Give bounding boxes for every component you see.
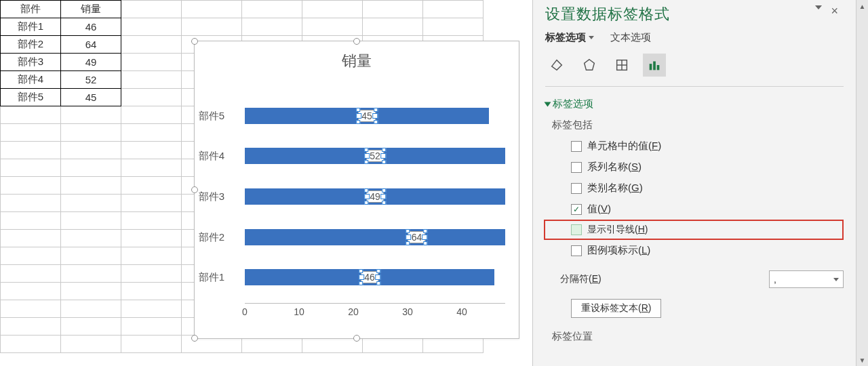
cell[interactable] [1, 142, 61, 159]
cell[interactable]: 部件4 [1, 71, 61, 89]
cell[interactable] [1, 265, 61, 283]
scroll-up-icon[interactable]: ▲ [856, 0, 868, 12]
data-label[interactable]: 46 [361, 271, 378, 283]
cell[interactable] [121, 106, 182, 124]
cell[interactable] [121, 212, 182, 230]
cell[interactable] [121, 18, 182, 36]
cell[interactable] [61, 318, 121, 336]
cell[interactable] [121, 71, 182, 89]
checkbox-leader-lines-highlighted[interactable]: 显示引导线(H) [544, 220, 844, 240]
cell[interactable] [121, 283, 182, 300]
cell[interactable] [1, 247, 61, 265]
cell[interactable]: 64 [61, 36, 121, 54]
cell[interactable] [61, 247, 121, 265]
cell[interactable] [1, 124, 61, 142]
cell[interactable] [423, 18, 484, 36]
table-header[interactable]: 部件 [1, 1, 61, 18]
checkbox-value[interactable]: 值(V) [545, 199, 844, 220]
cell[interactable] [121, 1, 182, 18]
selection-handle[interactable] [353, 335, 360, 342]
selection-handle[interactable] [191, 38, 198, 45]
effects-icon[interactable] [578, 54, 601, 77]
label-options-icon[interactable] [643, 54, 666, 77]
cell[interactable] [182, 1, 242, 18]
cell[interactable] [242, 1, 302, 18]
data-label[interactable]: 49 [366, 190, 384, 203]
cell[interactable] [1, 195, 61, 212]
cell[interactable] [61, 283, 121, 300]
cell[interactable] [1, 106, 61, 124]
cell[interactable] [61, 336, 121, 353]
cell[interactable]: 45 [61, 89, 121, 106]
cell[interactable] [121, 336, 182, 353]
cell[interactable]: 部件1 [1, 18, 61, 36]
cell[interactable] [61, 177, 121, 195]
cell[interactable] [61, 142, 121, 159]
cell[interactable] [1, 300, 61, 318]
cell[interactable] [1, 177, 61, 195]
reset-label-text-button[interactable]: 重设标签文本(R) [571, 299, 661, 318]
fill-line-icon[interactable] [545, 54, 568, 77]
cell[interactable] [61, 300, 121, 318]
cell[interactable] [1, 159, 61, 177]
selection-handle[interactable] [353, 38, 360, 45]
cell[interactable] [61, 106, 121, 124]
chart-plot-area[interactable]: 部件5 部件4 部件3 部件2 部件1 45 [229, 96, 505, 298]
data-label[interactable]: 52 [366, 150, 384, 162]
cell[interactable] [121, 177, 182, 195]
cell[interactable] [61, 195, 121, 212]
cell[interactable] [1, 212, 61, 230]
cell[interactable] [423, 1, 484, 18]
cell[interactable] [1, 283, 61, 300]
tab-label-options[interactable]: 标签选项 [545, 31, 594, 44]
cell[interactable] [1, 336, 61, 353]
cell[interactable] [61, 124, 121, 142]
chart-title[interactable]: 销量 [195, 41, 519, 74]
cell[interactable]: 部件2 [1, 36, 61, 54]
cell[interactable] [242, 18, 302, 36]
separator-dropdown[interactable]: , [769, 270, 844, 288]
cell[interactable] [121, 230, 182, 247]
tab-text-options[interactable]: 文本选项 [610, 31, 651, 44]
selection-handle[interactable] [191, 335, 198, 342]
cell[interactable] [61, 230, 121, 247]
cell[interactable] [302, 18, 363, 36]
cell[interactable] [121, 36, 182, 54]
checkbox-category-name[interactable]: 类别名称(G) [545, 178, 844, 199]
cell[interactable] [61, 159, 121, 177]
cell[interactable] [182, 18, 242, 36]
section-label-options[interactable]: 标签选项 [545, 87, 844, 116]
pane-scrollbar[interactable]: ▲ ▼ [856, 0, 868, 366]
cell[interactable] [1, 318, 61, 336]
cell[interactable]: 52 [61, 71, 121, 89]
cell[interactable] [121, 142, 182, 159]
cell[interactable] [1, 230, 61, 247]
data-label[interactable]: 64 [408, 231, 426, 243]
cell[interactable] [121, 124, 182, 142]
cell[interactable] [121, 300, 182, 318]
checkbox-cell-value[interactable]: 单元格中的值(F) [545, 136, 844, 157]
pane-options-dropdown-icon[interactable] [815, 5, 822, 9]
cell[interactable] [363, 18, 423, 36]
cell[interactable]: 46 [61, 18, 121, 36]
cell[interactable] [121, 247, 182, 265]
cell[interactable] [363, 1, 423, 18]
checkbox-legend-key[interactable]: 图例项标示(L) [545, 240, 844, 261]
cell[interactable] [121, 195, 182, 212]
close-icon[interactable]: × [831, 4, 838, 18]
checkbox-series-name[interactable]: 系列名称(S) [545, 157, 844, 178]
cell[interactable] [121, 159, 182, 177]
cell[interactable] [121, 54, 182, 71]
cell[interactable] [61, 265, 121, 283]
cell[interactable] [61, 212, 121, 230]
cell[interactable]: 49 [61, 54, 121, 71]
scroll-down-icon[interactable]: ▼ [856, 354, 868, 366]
cell[interactable]: 部件5 [1, 89, 61, 106]
chart[interactable]: 销量 部件5 部件4 部件3 部件2 部件1 45 [194, 41, 519, 339]
x-axis[interactable]: 0 10 20 30 40 [245, 303, 505, 317]
cell[interactable]: 部件3 [1, 54, 61, 71]
cell[interactable] [302, 1, 363, 18]
cell[interactable] [121, 89, 182, 106]
cell[interactable] [121, 265, 182, 283]
cell[interactable] [121, 318, 182, 336]
